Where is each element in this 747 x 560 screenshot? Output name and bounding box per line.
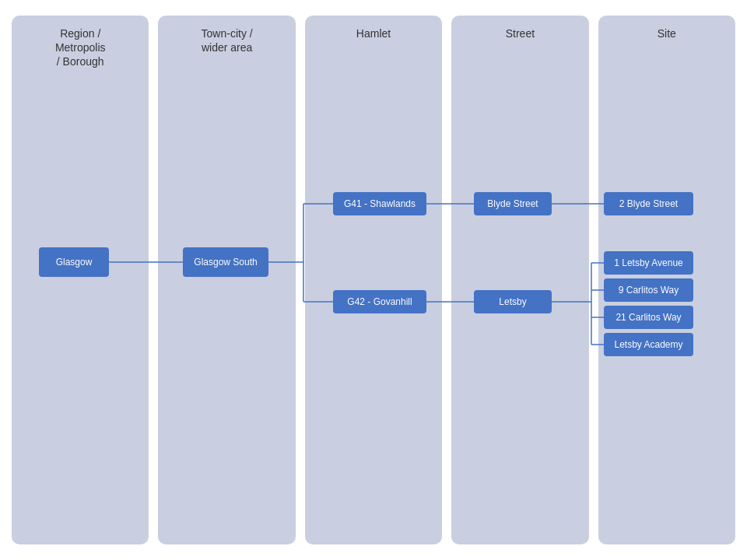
column-street: Street [451,16,588,544]
node-blyde-street[interactable]: Blyde Street [474,192,552,215]
column-hamlet-header: Hamlet [349,16,398,48]
node-glasgow[interactable]: Glasgow [39,247,109,277]
column-street-header: Street [498,16,542,48]
node-1-letsby-avenue[interactable]: 1 Letsby Avenue [604,251,693,275]
diagram-container: Region / Metropolis / Borough Town-city … [0,0,747,560]
node-glasgow-south[interactable]: Glasgow South [183,247,268,277]
node-2-blyde-street[interactable]: 2 Blyde Street [604,192,693,215]
column-region: Region / Metropolis / Borough [12,16,149,544]
column-region-header: Region / Metropolis / Borough [47,16,114,77]
column-site-header: Site [650,16,684,48]
node-9-carlitos-way[interactable]: 9 Carlitos Way [604,278,693,302]
column-town: Town-city / wider area [158,16,295,544]
column-hamlet: Hamlet [305,16,442,544]
node-g41[interactable]: G41 - Shawlands [333,192,426,215]
column-town-header: Town-city / wider area [194,16,261,62]
node-21-carlitos-way[interactable]: 21 Carlitos Way [604,306,693,329]
node-g42[interactable]: G42 - Govanhill [333,290,426,313]
node-letsby[interactable]: Letsby [474,290,552,313]
node-letsby-academy[interactable]: Letsby Academy [604,333,693,356]
